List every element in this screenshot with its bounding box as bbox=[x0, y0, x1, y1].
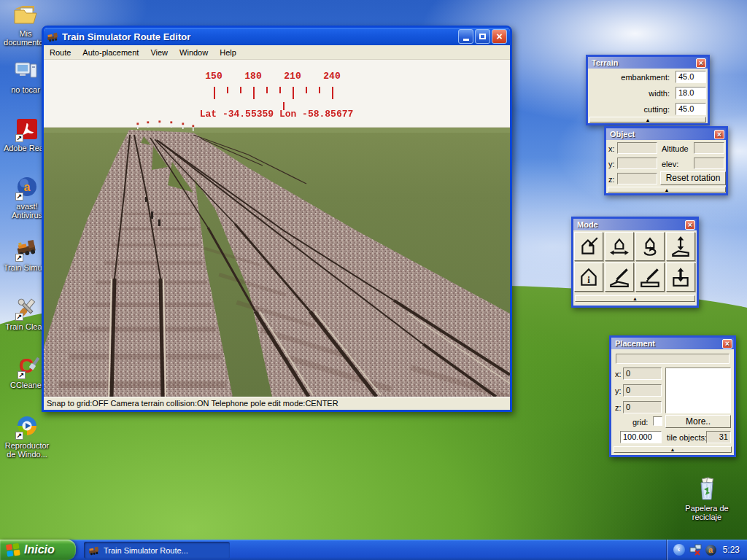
menu-view[interactable]: View bbox=[144, 46, 174, 59]
object-y-field[interactable] bbox=[617, 158, 657, 169]
placement-z-field[interactable]: 0 bbox=[623, 401, 662, 413]
route-3d-viewport[interactable]: 150 180 210 240 Lat -34.55359 Lon -58.85… bbox=[44, 60, 510, 397]
shortcut-arrow-icon: ↗ bbox=[15, 313, 23, 321]
altitude-field[interactable] bbox=[694, 142, 724, 154]
taskbar: Inicio Train Simulator Route... ‹ a bbox=[0, 540, 747, 560]
start-button[interactable]: Inicio bbox=[0, 540, 76, 560]
mode-raise-lower-terrain-button[interactable] bbox=[666, 262, 695, 292]
close-icon[interactable]: × bbox=[714, 130, 724, 139]
collapse-button[interactable]: ▲ bbox=[575, 295, 695, 302]
mode-terrain-smooth-button[interactable] bbox=[635, 262, 665, 292]
elev-field[interactable] bbox=[694, 158, 724, 169]
mode-terrain-paint-button[interactable] bbox=[605, 262, 634, 292]
start-button-label: Inicio bbox=[24, 543, 55, 556]
embankment-label: embankment: bbox=[621, 73, 670, 82]
network-offline-icon[interactable] bbox=[689, 544, 702, 556]
menu-auto-placement[interactable]: Auto-placement bbox=[77, 46, 144, 59]
close-button[interactable]: × bbox=[492, 29, 507, 44]
grid-label: grid: bbox=[632, 418, 648, 427]
z-label: z: bbox=[608, 175, 615, 184]
palette-title: Mode bbox=[577, 220, 598, 229]
tools-icon: ↗ bbox=[15, 295, 39, 320]
menu-route[interactable]: Route bbox=[44, 46, 77, 59]
taskbar-item-route-editor[interactable]: Train Simulator Route... bbox=[84, 542, 230, 559]
placement-x-field[interactable]: 0 bbox=[623, 368, 662, 380]
avast-tray-icon[interactable]: a bbox=[705, 545, 716, 556]
minimize-button[interactable] bbox=[458, 29, 473, 44]
menu-bar: Route Auto-placement View Window Help bbox=[44, 45, 510, 60]
palette-title: Terrain bbox=[592, 58, 618, 67]
terrain-palette-titlebar[interactable]: Terrain × bbox=[588, 57, 708, 69]
close-icon[interactable]: × bbox=[685, 220, 695, 230]
terrain-paint-icon bbox=[608, 266, 630, 288]
desktop-icon-recycle-bin[interactable]: Papelera de reciclaje bbox=[682, 477, 732, 521]
mode-palette: Mode × bbox=[571, 217, 699, 308]
embankment-field[interactable]: 45.0 bbox=[676, 71, 706, 83]
collapse-button[interactable]: ▲ bbox=[608, 187, 726, 192]
route-editor-window: Train Simulator Route Editor × Route Aut… bbox=[42, 26, 512, 412]
computer-icon bbox=[13, 58, 38, 83]
elev-label: elev: bbox=[662, 160, 678, 168]
scale-field[interactable]: 100.000 bbox=[620, 431, 662, 443]
object-palette-titlebar[interactable]: Object × bbox=[606, 128, 726, 140]
window-titlebar[interactable]: Train Simulator Route Editor × bbox=[44, 28, 510, 45]
mode-move-object-button[interactable] bbox=[605, 232, 634, 261]
train-icon bbox=[88, 545, 100, 556]
maximize-button[interactable] bbox=[475, 29, 490, 44]
cutting-label: cutting: bbox=[644, 105, 670, 114]
place-object-icon bbox=[578, 236, 600, 257]
svg-text:i: i bbox=[587, 275, 590, 285]
close-icon[interactable]: × bbox=[696, 58, 706, 68]
object-z-field[interactable] bbox=[617, 173, 657, 184]
terrain-palette: Terrain × embankment: 45.0 width: 18.0 c… bbox=[586, 55, 710, 125]
system-tray: ‹ a 5:23 bbox=[667, 540, 747, 560]
mode-place-object-button[interactable] bbox=[574, 232, 603, 261]
shortcut-arrow-icon: ↗ bbox=[15, 192, 23, 201]
shortcut-arrow-icon: ↗ bbox=[15, 432, 23, 440]
ruler-label: 150 bbox=[205, 71, 222, 82]
collapse-chevron-icon[interactable]: ‹ bbox=[673, 544, 685, 556]
grid-checkbox[interactable] bbox=[653, 416, 662, 426]
ruler-label: 180 bbox=[244, 71, 261, 82]
train-icon: ↗ bbox=[15, 236, 39, 261]
taskbar-item-label: Train Simulator Route... bbox=[104, 546, 188, 555]
train-icon bbox=[47, 31, 59, 43]
placement-palette-titlebar[interactable]: Placement × bbox=[611, 338, 734, 349]
menu-help[interactable]: Help bbox=[214, 46, 242, 59]
desktop-icon-label: Papelera de reciclaje bbox=[682, 504, 732, 521]
more-button[interactable]: More.. bbox=[665, 415, 731, 428]
shortcut-arrow-icon: ↗ bbox=[15, 254, 23, 262]
folder-icon bbox=[13, 2, 38, 27]
avast-ball-icon: a ↗ bbox=[15, 175, 39, 200]
z-label: z: bbox=[615, 403, 622, 412]
mode-adjust-height-button[interactable] bbox=[666, 232, 695, 261]
lat-lon-readout: Lat -34.55359 Lon -58.85677 bbox=[200, 109, 354, 120]
mode-object-info-button[interactable]: i bbox=[574, 262, 603, 292]
cutting-field[interactable]: 45.0 bbox=[676, 103, 706, 115]
mode-rotate-object-button[interactable] bbox=[635, 232, 665, 261]
width-label: width: bbox=[649, 89, 670, 98]
svg-text:a: a bbox=[24, 181, 31, 193]
close-icon[interactable]: × bbox=[722, 339, 732, 349]
collapse-button[interactable]: ▲ bbox=[589, 117, 706, 122]
placement-object-listbox[interactable] bbox=[665, 368, 731, 413]
object-x-field[interactable] bbox=[617, 142, 657, 154]
collapse-button[interactable]: ▲ bbox=[614, 446, 732, 453]
desktop-icon-media-player[interactable]: ↗ Reproductor de Windo... bbox=[2, 414, 52, 459]
reset-rotation-button[interactable]: Reset rotation bbox=[660, 171, 726, 185]
placement-object-name-field[interactable] bbox=[616, 354, 729, 364]
status-bar: Snap to grid:OFF Camera terrain collisio… bbox=[44, 397, 510, 410]
window-title: Train Simulator Route Editor bbox=[62, 31, 457, 42]
palette-title: Placement bbox=[615, 339, 655, 348]
placement-y-field[interactable]: 0 bbox=[623, 384, 662, 397]
adobe-reader-icon: ↗ bbox=[15, 117, 39, 141]
menu-window[interactable]: Window bbox=[174, 46, 214, 59]
ruler-label: 240 bbox=[323, 71, 340, 82]
shortcut-arrow-icon: ↗ bbox=[15, 134, 23, 142]
palette-title: Object bbox=[610, 130, 635, 139]
rotate-object-icon bbox=[639, 236, 661, 257]
windows-flag-icon bbox=[6, 542, 20, 557]
width-field[interactable]: 18.0 bbox=[676, 87, 706, 99]
recycle-bin-icon bbox=[694, 477, 719, 502]
mode-palette-titlebar[interactable]: Mode × bbox=[573, 219, 697, 230]
